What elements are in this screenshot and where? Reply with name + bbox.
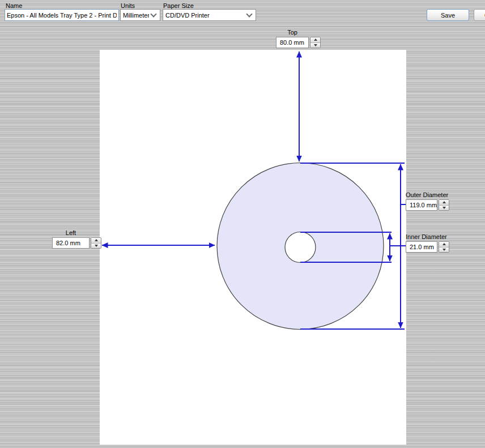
spin-down-icon[interactable] [310,43,320,48]
disc-template-editor: Name Units Millimeters Paper Size CD/DVD… [0,0,485,448]
inner-diameter-spinner [439,241,449,253]
paper-size-label: Paper Size [163,2,194,9]
spin-up-icon[interactable] [310,37,320,43]
left-margin-control: Left [52,229,101,249]
units-combobox-value: Millimeters [123,12,149,19]
inner-diameter-label: Inner Diameter [406,233,449,241]
top-margin-label: Top [276,29,309,36]
spin-down-icon[interactable] [439,206,449,211]
spin-up-icon[interactable] [439,242,449,248]
top-margin-spinner [310,37,321,48]
name-label: Name [6,2,22,9]
units-combobox[interactable]: Millimeters [120,9,160,21]
name-input[interactable] [5,9,119,21]
outer-diameter-label: Outer Diameter [406,191,449,199]
chevron-down-icon [150,11,156,17]
paper-preview [100,50,406,445]
save-button[interactable]: Save [427,9,469,21]
outer-diameter-field[interactable] [406,199,437,211]
inner-diameter-field[interactable] [406,241,437,253]
top-margin-control: Top [276,29,321,48]
spin-up-icon[interactable] [439,200,449,206]
left-margin-spinner [91,237,101,249]
left-margin-label: Left [52,229,90,237]
spin-down-icon[interactable] [439,248,449,253]
paper-size-combobox[interactable]: CD/DVD Printer [163,9,256,21]
paper-size-combobox-value: CD/DVD Printer [165,12,245,19]
chevron-down-icon [246,11,252,17]
clipped-button[interactable]: C [474,9,485,21]
units-label: Units [121,2,135,9]
outer-diameter-spinner [439,199,449,211]
spin-up-icon[interactable] [91,238,101,244]
inner-diameter-control: Inner Diameter [406,233,449,253]
left-margin-field[interactable] [52,237,90,249]
outer-diameter-control: Outer Diameter [406,191,449,211]
spin-down-icon[interactable] [91,244,101,249]
top-margin-field[interactable] [276,37,309,48]
